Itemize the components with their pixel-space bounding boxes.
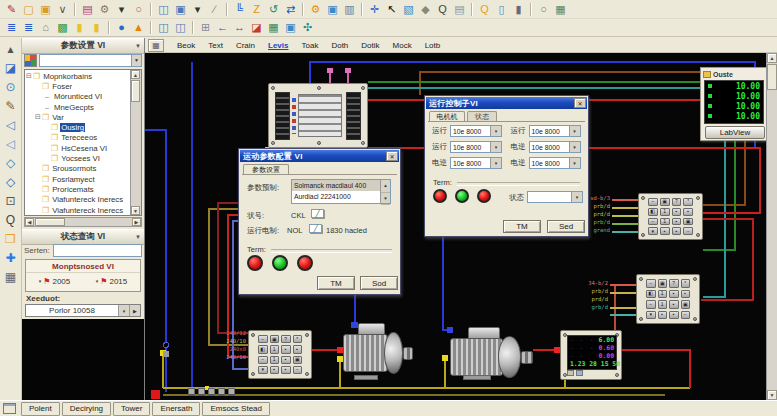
- taskbar-tab[interactable]: Polent: [21, 402, 60, 416]
- keypad-button[interactable]: ◧: [258, 345, 268, 353]
- tree-item[interactable]: ❐ Proricemats: [25, 184, 131, 194]
- combo-box[interactable]: 10e 8000 ▾: [529, 125, 581, 137]
- expand-icon[interactable]: ⊟: [34, 113, 42, 121]
- keypad-button[interactable]: *: [681, 279, 691, 288]
- combo-box[interactable]: 10e 8000 ▾: [450, 141, 502, 153]
- block-diagram-canvas[interactable]: 运动参数配置 VI ✕ 参数设置 参数预制: Solmanck macdiaul…: [145, 53, 766, 400]
- tree-item[interactable]: ❐ HsCesena VI: [25, 143, 131, 153]
- toolbar-icon[interactable]: ∕: [206, 2, 223, 17]
- toolbar-icon[interactable]: ▾: [189, 2, 206, 17]
- grid-icon[interactable]: ▦: [148, 39, 164, 52]
- display-button[interactable]: [567, 370, 574, 376]
- scroll-thumb[interactable]: [767, 64, 777, 90]
- expand-icon[interactable]: ⊟: [25, 72, 33, 80]
- scroll-thumb[interactable]: [35, 218, 65, 226]
- toolbar-icon[interactable]: ◫: [155, 2, 172, 17]
- palette-tool-icon[interactable]: ◁: [1, 115, 20, 134]
- keypad-button[interactable]: ▾: [646, 311, 656, 320]
- toolbar-icon[interactable]: ▤: [451, 2, 468, 17]
- chevron-down-icon[interactable]: ▾: [490, 142, 501, 152]
- keypad-button[interactable]: −: [258, 335, 268, 343]
- tm-button[interactable]: TM: [317, 276, 355, 290]
- keypad-button[interactable]: −: [258, 356, 268, 364]
- keypad-button[interactable]: ▪: [293, 345, 303, 353]
- labview-button[interactable]: LabView: [705, 126, 765, 139]
- sod-button[interactable]: Sod: [360, 276, 398, 290]
- dialog-titlebar[interactable]: 运行控制子VI ✕: [426, 97, 587, 109]
- toolbar-icon[interactable]: ↺: [265, 2, 282, 17]
- expand-icon[interactable]: –: [43, 93, 51, 100]
- palette-tool-icon[interactable]: ◁: [1, 134, 20, 153]
- toolbar-icon[interactable]: [150, 21, 152, 34]
- keypad-button[interactable]: 1: [658, 290, 668, 299]
- toolbar-icon[interactable]: [192, 21, 194, 34]
- menu-item[interactable]: Levis: [268, 41, 288, 50]
- tree-item[interactable]: ❐ Tereceeos: [25, 133, 131, 143]
- toolbar-icon[interactable]: ▩: [54, 20, 71, 35]
- toolbar-icon[interactable]: ○: [535, 2, 552, 17]
- menu-item[interactable]: Mock: [393, 41, 412, 50]
- toolbar-icon[interactable]: [74, 3, 76, 16]
- runmode-toggle[interactable]: ╱: [309, 224, 322, 233]
- menu-item[interactable]: Dotik: [361, 41, 379, 50]
- keypad-button[interactable]: −: [293, 366, 303, 374]
- chevron-down-icon[interactable]: ▼: [135, 234, 141, 240]
- tree-item[interactable]: ❐ Yocsees VI: [25, 153, 131, 163]
- chevron-right-icon[interactable]: ▶: [129, 305, 140, 316]
- led-green[interactable]: [272, 255, 288, 271]
- tree-item[interactable]: ❐ Srousormots: [25, 164, 131, 174]
- toolbar-icon[interactable]: ≣: [20, 20, 37, 35]
- toolbar-icon[interactable]: [302, 3, 304, 16]
- toolbar-icon[interactable]: ▦: [552, 2, 569, 17]
- keypad-button[interactable]: ▾: [258, 366, 268, 374]
- display-button[interactable]: [576, 370, 583, 376]
- toolbar-icon[interactable]: ◫: [172, 20, 189, 35]
- keypad-button[interactable]: ▣: [293, 356, 303, 364]
- toolbar-icon[interactable]: ✣: [299, 20, 316, 35]
- keypad-button[interactable]: ▪: [281, 366, 291, 374]
- tree-search-input[interactable]: ▼: [39, 54, 142, 67]
- keypad-button[interactable]: 1: [270, 356, 280, 364]
- keypad-button[interactable]: ?: [281, 335, 291, 343]
- scroll-up-icon[interactable]: ▲: [131, 70, 140, 79]
- keypad-right-2[interactable]: −▣?*◧1▪▪−1▪▣▾▪▪−: [636, 274, 700, 324]
- preset-item[interactable]: Aurdiacl 22241000: [292, 191, 381, 202]
- palette-tool-icon[interactable]: ▴: [1, 39, 20, 58]
- keypad-button[interactable]: 1: [660, 208, 670, 216]
- menu-item[interactable]: Toak: [302, 41, 319, 50]
- keypad-button[interactable]: −: [648, 218, 658, 226]
- tree-item[interactable]: – Mórunticed VI: [25, 92, 131, 102]
- toolbar-icon[interactable]: ▮: [71, 20, 88, 35]
- toolbar-icon[interactable]: ⇄: [282, 2, 299, 17]
- keypad-button[interactable]: ◧: [646, 290, 656, 299]
- scroll-up-icon[interactable]: ▲: [381, 180, 390, 193]
- taskbar-tab[interactable]: Tower: [113, 402, 150, 416]
- chevron-down-icon[interactable]: ▾: [569, 126, 580, 136]
- terminal-block-device[interactable]: [268, 83, 368, 148]
- tree-item[interactable]: ❐ Viafuntereck Inerecs: [25, 195, 131, 205]
- toolbar-icon[interactable]: ▥: [341, 2, 358, 17]
- toolbar-icon[interactable]: ▲: [130, 20, 147, 35]
- tree-vertical-scrollbar[interactable]: ▲ ▼: [130, 70, 141, 215]
- keypad-button[interactable]: ▪: [669, 300, 679, 309]
- taskbar-tab[interactable]: Enersath: [152, 402, 200, 416]
- toolbar-icon[interactable]: ⚙: [96, 2, 113, 17]
- combo-box[interactable]: 10e 8000 ▾: [450, 157, 502, 169]
- toolbar-icon[interactable]: ○: [130, 2, 147, 17]
- keypad-button[interactable]: −: [683, 227, 693, 235]
- toolbar-icon[interactable]: ✛: [366, 2, 383, 17]
- palette-tool-icon[interactable]: ✎: [1, 96, 20, 115]
- keypad-bottom[interactable]: −▣?*◧1▪▪−1▪▣▾▪▪−: [248, 330, 312, 379]
- toolbar-icon[interactable]: ←: [214, 20, 231, 35]
- led-red-2[interactable]: [477, 189, 491, 203]
- preset-listbox[interactable]: Solmanck macdiaul 400Aurdiacl 22241000 ▲…: [291, 179, 391, 204]
- scroll-left-icon[interactable]: ◀: [25, 218, 34, 226]
- led-numeric-display[interactable]: · · · 6.00 · · · 0.60 · · 0.00 1.23 28 1…: [560, 330, 622, 380]
- menu-item[interactable]: Lotb: [425, 41, 441, 50]
- combo-box[interactable]: 10e 8000 ▾: [450, 125, 502, 137]
- toolbar-icon[interactable]: ∨: [54, 2, 71, 17]
- led-green[interactable]: [455, 189, 469, 203]
- chevron-down-icon[interactable]: ▾: [118, 305, 129, 316]
- combo-box[interactable]: 10e 8000 ▾: [529, 141, 581, 153]
- keypad-button[interactable]: 1: [658, 300, 668, 309]
